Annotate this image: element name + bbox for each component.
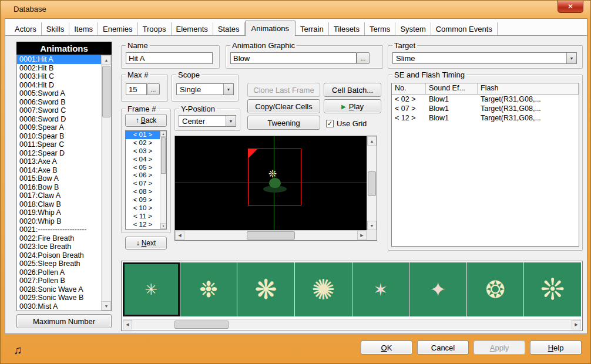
animation-list-item[interactable]: 0017:Claw A — [17, 191, 101, 200]
tab-actors[interactable]: Actors — [10, 22, 42, 35]
animation-list-item[interactable]: 0023:Ice Breath — [17, 242, 101, 251]
tab-elements[interactable]: Elements — [172, 22, 213, 35]
timing-list[interactable]: No.Sound Ef...Flash < 02 >Blow1Target(R3… — [391, 83, 579, 247]
scroll-up-button[interactable]: ▲ — [160, 131, 166, 137]
y-position-select[interactable]: Center ▼ — [179, 115, 236, 127]
animation-list-item[interactable]: 0002:Hit B — [17, 64, 101, 73]
tab-terrain[interactable]: Terrain — [296, 22, 329, 35]
frame-list-scrollbar[interactable]: ▲ ▼ — [160, 131, 166, 229]
tab-terms[interactable]: Terms — [365, 22, 395, 35]
tab-animations[interactable]: Animations — [245, 21, 296, 36]
animation-list-item[interactable]: 0025:Sleep Breath — [17, 259, 101, 268]
frame-list-item[interactable]: < 04 > — [126, 156, 160, 164]
timing-rows[interactable]: < 02 >Blow1Target(R31,G08,...< 07 >Blow1… — [392, 95, 579, 123]
tab-states[interactable]: States — [213, 22, 245, 35]
timing-row[interactable]: < 02 >Blow1Target(R31,G08,... — [392, 95, 579, 104]
use-grid-checkbox[interactable]: ✓ Use Grid — [326, 118, 367, 129]
animation-list-item[interactable]: 0024:Poison Breath — [17, 251, 101, 260]
frame-list-item[interactable]: < 07 > — [126, 180, 160, 188]
clone-last-frame-button[interactable]: Clone Last Frame — [247, 83, 320, 97]
tab-items[interactable]: Items — [69, 22, 98, 35]
animation-graphic-input[interactable]: Blow — [230, 52, 357, 64]
animation-list-item[interactable]: 0022:Fire Breath — [17, 234, 101, 243]
animation-list-item[interactable]: 0007:Sword C — [17, 106, 101, 115]
timing-row[interactable]: < 12 >Blow1Target(R31,G08,... — [392, 113, 579, 123]
title-bar[interactable]: Database ✕ — [1, 1, 590, 18]
frame-list-item[interactable]: < 08 > — [126, 188, 160, 196]
animation-list-item[interactable]: 0004:Hit D — [17, 81, 101, 90]
animation-list-item[interactable]: 0027:Pollen B — [17, 277, 101, 285]
animation-list-item[interactable]: 0020:Whip B — [17, 217, 101, 226]
scroll-down-button[interactable]: ▼ — [160, 223, 166, 229]
strip-cell[interactable]: ✳ — [123, 262, 180, 316]
strip-scrollbar[interactable]: ◀ ▶ — [123, 319, 581, 329]
animation-list-item[interactable]: 0026:Pollen A — [17, 268, 101, 277]
frame-next-button[interactable]: ↓ Next — [125, 237, 167, 250]
play-button[interactable]: ▶ Play — [324, 99, 381, 113]
scope-select[interactable]: Single ▼ — [176, 83, 234, 95]
animation-list-item[interactable]: 0012:Spear D — [17, 149, 101, 158]
timing-column-header[interactable]: No. — [392, 83, 426, 94]
frame-back-button[interactable]: ↑ Back — [125, 114, 167, 127]
animation-list[interactable]: 0001:Hit A0002:Hit B0003:Hit C0004:Hit D… — [17, 55, 101, 311]
frame-list-item[interactable]: < 12 > — [126, 221, 160, 229]
tweening-button[interactable]: Tweening — [247, 116, 320, 130]
frame-list-item[interactable]: < 10 > — [126, 204, 160, 213]
animation-list-scrollbar[interactable]: ▲ ▼ — [101, 55, 111, 311]
strip-cell[interactable]: ❊ — [524, 262, 581, 316]
scroll-down-button[interactable]: ▼ — [367, 221, 377, 230]
animation-list-item[interactable]: 0010:Spear B — [17, 132, 101, 141]
tab-common-events[interactable]: Common Events — [431, 22, 498, 35]
timing-column-header[interactable]: Sound Ef... — [426, 83, 478, 94]
scroll-thumb[interactable] — [368, 171, 376, 196]
scroll-up-button[interactable]: ▲ — [367, 136, 377, 146]
scroll-up-button[interactable]: ▲ — [102, 55, 111, 65]
canvas-area[interactable]: ❊ — [175, 136, 367, 230]
ok-button[interactable]: OK — [361, 341, 412, 355]
timing-row[interactable]: < 07 >Blow1Target(R31,G08,... — [392, 104, 579, 113]
cancel-button[interactable]: Cancel — [417, 341, 469, 355]
animation-graphic-browse-button[interactable]: ... — [357, 52, 370, 64]
copy-clear-cells-button[interactable]: Copy/Clear Cells — [247, 99, 320, 113]
tab-system[interactable]: System — [395, 22, 431, 35]
animation-list-item[interactable]: 0014:Axe B — [17, 166, 101, 175]
frame-list-item[interactable]: < 02 > — [126, 139, 160, 147]
frame-list-item[interactable]: < 01 > — [126, 131, 160, 139]
animation-list-item[interactable]: 0013:Axe A — [17, 157, 101, 166]
scroll-thumb[interactable] — [102, 66, 110, 117]
animation-list-item[interactable]: 0005:Sword A — [17, 89, 101, 98]
animation-list-item[interactable]: 0015:Bow A — [17, 174, 101, 183]
frame-list-item[interactable]: < 03 > — [126, 147, 160, 156]
cell-batch-button[interactable]: Cell Batch... — [324, 83, 381, 97]
strip-cell[interactable]: ✶ — [352, 262, 409, 316]
strip-cell[interactable]: ❉ — [180, 262, 237, 316]
scroll-right-button[interactable]: ▶ — [572, 320, 581, 329]
target-select[interactable]: Slime ▼ — [392, 52, 577, 64]
scroll-left-button[interactable]: ◀ — [175, 231, 184, 240]
frame-list-item[interactable]: < 05 > — [126, 164, 160, 172]
animation-list-item[interactable]: 0016:Bow B — [17, 183, 101, 192]
strip-cell[interactable]: ✺ — [295, 262, 352, 316]
frame-list-item[interactable]: < 11 > — [126, 213, 160, 221]
strip-cell[interactable]: ❂ — [467, 262, 524, 316]
max-frames-more-button[interactable]: ... — [147, 83, 160, 95]
tab-tilesets[interactable]: Tilesets — [329, 22, 365, 35]
scroll-right-button[interactable]: ▶ — [357, 231, 367, 240]
strip-cell[interactable]: ❋ — [237, 262, 294, 316]
canvas-vertical-scrollbar[interactable]: ▲ ▼ — [367, 136, 377, 230]
tab-skills[interactable]: Skills — [42, 22, 69, 35]
scroll-left-button[interactable]: ◀ — [123, 320, 132, 329]
frame-list[interactable]: < 01 >< 02 >< 03 >< 04 >< 05 >< 06 >< 07… — [126, 131, 160, 229]
frame-list-item[interactable]: < 06 > — [126, 171, 160, 180]
animation-list-item[interactable]: 0028:Sonic Wave A — [17, 285, 101, 294]
animation-list-item[interactable]: 0006:Sword B — [17, 98, 101, 107]
animation-list-item[interactable]: 0029:Sonic Wave B — [17, 294, 101, 302]
animation-list-item[interactable]: 0011:Spear C — [17, 140, 101, 149]
animation-list-item[interactable]: 0019:Whip A — [17, 208, 101, 217]
close-button[interactable]: ✕ — [558, 1, 583, 13]
tab-troops[interactable]: Troops — [138, 22, 172, 35]
scroll-thumb[interactable] — [161, 137, 166, 174]
tab-enemies[interactable]: Enemies — [98, 22, 138, 35]
help-button[interactable]: Help — [530, 341, 582, 355]
animation-list-item[interactable]: 0018:Claw B — [17, 200, 101, 209]
